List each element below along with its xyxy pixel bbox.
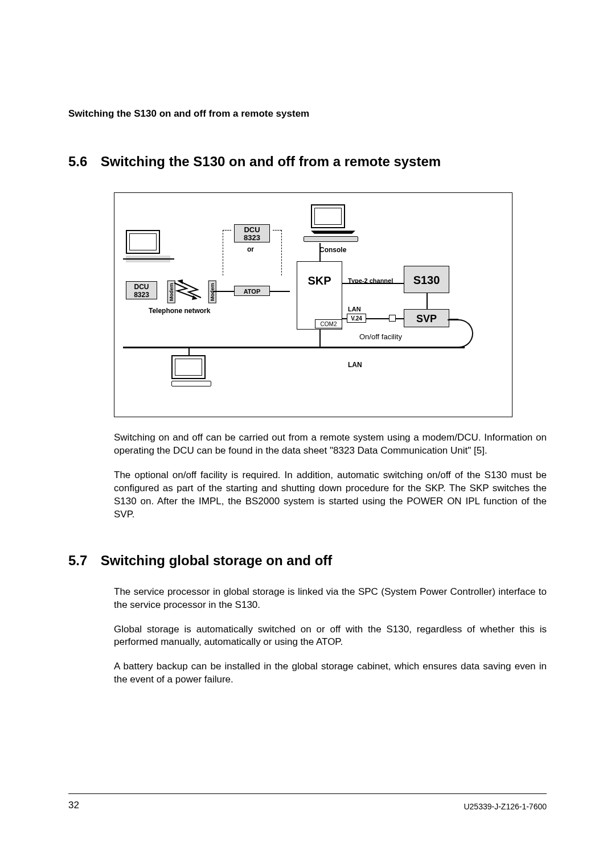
connector-line bbox=[270, 291, 290, 292]
lan-label-2: LAN bbox=[348, 361, 362, 369]
sec-5-7-para-2: Global storage is automatically switched… bbox=[114, 623, 547, 649]
section-5-6-title: 5.6 Switching the S130 on and off from a… bbox=[68, 154, 547, 170]
v24-box: V.24 bbox=[347, 314, 366, 323]
lan-label-1: LAN bbox=[348, 306, 361, 312]
dcu2-sub: 8323 bbox=[126, 291, 157, 299]
document-id: U25339-J-Z126-1-7600 bbox=[464, 802, 547, 811]
section-5-7-heading: Switching global storage on and off bbox=[101, 553, 333, 568]
running-header: Switching the S130 on and off from a rem… bbox=[68, 108, 547, 120]
dashed-side bbox=[281, 230, 282, 275]
connector-line bbox=[188, 347, 190, 355]
s130-box: S130 bbox=[404, 266, 449, 293]
com2-box: COM2 bbox=[315, 319, 342, 328]
dcu2-label: DCU bbox=[126, 283, 157, 291]
console-terminal-icon bbox=[311, 204, 355, 237]
connector-line bbox=[366, 318, 389, 319]
connector-line bbox=[342, 283, 404, 284]
lan-arc bbox=[448, 319, 473, 348]
atop-box: ATOP bbox=[234, 286, 270, 296]
network-diagram: DCU 8323 or DCU 8323 Modem Modem Telepho… bbox=[114, 192, 512, 417]
section-5-6-number: 5.6 bbox=[68, 154, 97, 170]
sec-5-7-para-1: The service processor in global storage … bbox=[114, 586, 547, 612]
connector-line bbox=[427, 293, 428, 309]
dashed-corner bbox=[273, 230, 281, 231]
connector-line bbox=[396, 318, 404, 319]
dcu-box-top: DCU 8323 bbox=[234, 224, 270, 242]
onoff-label: On/off facility bbox=[359, 332, 402, 341]
telephone-network-label: Telephone network bbox=[149, 307, 210, 315]
junction-box bbox=[389, 315, 396, 322]
dashed-side bbox=[223, 230, 223, 275]
connector-line bbox=[342, 318, 347, 319]
footer-rule bbox=[68, 793, 547, 794]
lan-bus-line bbox=[123, 347, 465, 348]
svp-box: SVP bbox=[404, 309, 449, 327]
dcu-box-left: DCU 8323 bbox=[126, 281, 157, 299]
page-number: 32 bbox=[68, 800, 79, 811]
connector-line bbox=[449, 319, 458, 320]
sec-5-7-para-3: A battery backup can be installed in the… bbox=[114, 660, 547, 686]
console-label: Console bbox=[319, 246, 346, 254]
remote-terminal-icon bbox=[126, 230, 170, 262]
connector-line bbox=[319, 330, 321, 347]
sec-5-6-para-1: Switching on and off can be carried out … bbox=[114, 431, 547, 458]
sec-5-6-para-2: The optional on/off facility is required… bbox=[114, 469, 547, 521]
hatch-line bbox=[123, 258, 174, 260]
or-label: or bbox=[247, 245, 254, 253]
dcu-sub: 8323 bbox=[235, 234, 269, 242]
dcu-label: DCU bbox=[235, 226, 269, 234]
lightning-icon bbox=[173, 278, 204, 301]
modem-box-2: Modem bbox=[208, 281, 216, 303]
keyboard-outline bbox=[304, 236, 358, 242]
section-5-7-number: 5.7 bbox=[68, 553, 97, 569]
section-5-7-title: 5.7 Switching global storage on and off bbox=[68, 553, 547, 569]
dashed-corner bbox=[223, 230, 231, 231]
connector-line bbox=[319, 243, 321, 261]
section-5-6-heading: Switching the S130 on and off from a rem… bbox=[101, 154, 441, 169]
svg-marker-1 bbox=[177, 279, 183, 284]
connector-line bbox=[213, 291, 234, 292]
lan-terminal-icon bbox=[171, 355, 211, 386]
